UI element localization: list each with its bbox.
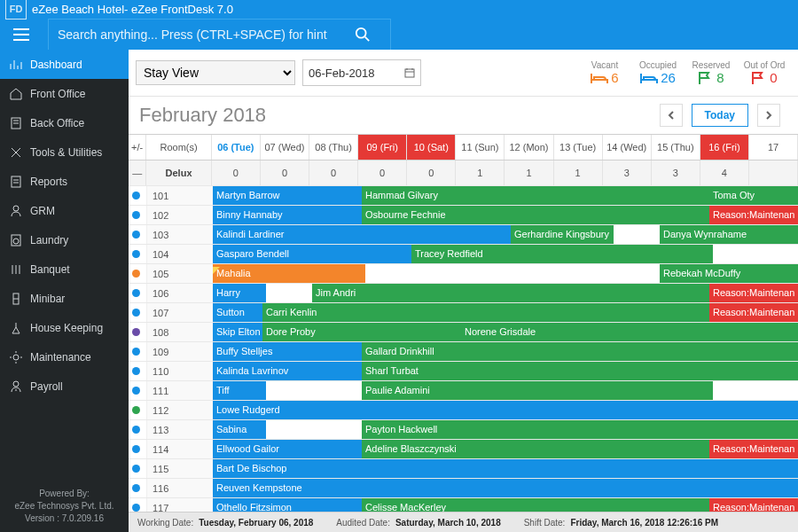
reservation-block[interactable]: Harry <box>213 284 266 302</box>
room-row[interactable]: 105MahaliaRebekah McDuffy <box>129 263 798 283</box>
sidebar-item-payroll[interactable]: Payroll <box>0 372 129 401</box>
day-header: 16 (Fri) <box>700 135 749 160</box>
sidebar-item-reports[interactable]: Reports <box>0 167 129 196</box>
search-input[interactable] <box>48 19 391 51</box>
room-status-dot <box>129 264 147 283</box>
room-row[interactable]: 114Ellwood GailorAdeline BlaszczynskiRea… <box>129 439 798 458</box>
app-logo: FD <box>5 0 27 20</box>
reservation-block[interactable]: Skip Elton <box>213 323 266 341</box>
sidebar-item-label: Payroll <box>30 380 63 393</box>
reservation-block[interactable]: Paulie Adamini <box>362 381 713 400</box>
sidebar-item-dashboard[interactable]: Dashboard <box>0 50 129 79</box>
reservation-block[interactable]: Tiff <box>213 381 266 400</box>
date-picker[interactable]: 06-Feb-2018 <box>302 59 421 86</box>
reservation-block[interactable]: Osbourne Fechnie <box>362 206 713 224</box>
room-row[interactable]: 113SabinaPayton Hackwell <box>129 419 798 439</box>
reservation-block[interactable]: Payton Hackwell <box>362 420 798 439</box>
reservation-block[interactable]: Gasparo Bendell <box>213 245 415 263</box>
prev-button[interactable] <box>660 104 683 127</box>
reservation-block[interactable]: Celisse MacKerley <box>362 498 713 512</box>
sidebar-item-back-office[interactable]: Back Office <box>0 108 129 137</box>
hamburger-menu-button[interactable] <box>4 28 39 41</box>
today-button[interactable]: Today <box>692 104 748 127</box>
room-row[interactable]: 110Kalinda LavrinovSharl Turbat <box>129 361 798 380</box>
availability-count: 0 <box>407 160 456 185</box>
sidebar-item-label: Minibar <box>30 293 65 305</box>
next-button[interactable] <box>757 104 780 127</box>
availability-count: 1 <box>456 160 505 185</box>
reservation-block[interactable]: Mahalia <box>213 264 365 283</box>
reservation-block[interactable]: Buffy Stelljes <box>213 342 365 361</box>
reservation-block[interactable]: Adeline Blaszczynski <box>362 440 713 458</box>
reservation-block[interactable]: Norene Grisdale <box>461 323 798 341</box>
reservation-block[interactable]: Kalindi Lardiner <box>213 225 514 244</box>
reservation-block[interactable]: Sutton <box>213 303 266 322</box>
sidebar-item-house-keeping[interactable]: House Keeping <box>0 313 129 342</box>
room-row[interactable]: 116Reuven Kempstone <box>129 478 798 497</box>
room-number: 109 <box>147 342 220 361</box>
reservation-block[interactable]: Lowe Rudgerd <box>213 401 798 419</box>
reservation-block[interactable]: Danya Wynrahame <box>660 225 798 244</box>
sidebar-item-minibar[interactable]: Minibar <box>0 284 129 313</box>
reservation-block[interactable]: Carri Kenlin <box>262 303 713 322</box>
reservation-block[interactable]: Kalinda Lavrinov <box>213 362 365 380</box>
room-row[interactable]: 117Othello FitzsimonCelisse MacKerleyRea… <box>129 497 798 512</box>
view-select[interactable]: Stay View <box>136 60 295 85</box>
reservation-block[interactable]: Sabina <box>213 420 266 439</box>
search-field[interactable] <box>49 27 355 42</box>
room-row[interactable]: 104Gasparo BendellTracey Redfield <box>129 244 798 263</box>
rooms-header: Room(s) <box>146 135 211 160</box>
reservation-block[interactable]: Jim Andri <box>312 284 713 302</box>
reservation-block[interactable]: Binny Hannaby <box>213 206 365 224</box>
search-icon[interactable] <box>355 27 390 43</box>
reservation-block[interactable]: Reuven Kempstone <box>213 479 798 497</box>
sidebar-item-grm[interactable]: GRM <box>0 196 129 225</box>
room-row[interactable]: 101Martyn BarrowHammad GilvaryToma Oty <box>129 185 798 205</box>
sidebar-item-maintenance[interactable]: Maintenance <box>0 342 129 372</box>
reservation-block[interactable]: Rebekah McDuffy <box>660 264 798 283</box>
room-row[interactable]: 106HarryJim AndriReason:Maintenan <box>129 283 798 302</box>
stat-vacant: Vacant6 <box>578 60 631 85</box>
reservation-block[interactable]: Gallard Drinkhill <box>362 342 798 361</box>
reservation-block[interactable]: Reason:Maintenan <box>709 303 798 322</box>
reservation-block[interactable]: Reason:Maintenan <box>709 284 798 302</box>
sidebar-icon <box>9 379 30 394</box>
reservation-block[interactable]: Othello Fitzsimon <box>213 498 365 512</box>
reservation-block[interactable]: Toma Oty <box>709 186 798 205</box>
room-row[interactable]: 107SuttonCarri KenlinReason:Maintenan <box>129 302 798 322</box>
room-row[interactable]: 115Bart De Bischop <box>129 458 798 478</box>
room-number: 116 <box>147 479 220 497</box>
expand-collapse-header: +/- <box>129 135 146 160</box>
room-row[interactable]: 108Skip EltonDore ProbyNorene Grisdale <box>129 322 798 341</box>
sidebar-item-laundry[interactable]: Laundry <box>0 225 129 254</box>
reservation-block[interactable]: Ellwood Gailor <box>213 440 365 458</box>
reservation-block[interactable]: Hammad Gilvary <box>362 186 713 205</box>
room-row[interactable]: 103Kalindi LardinerGerhardine KingsburyD… <box>129 224 798 244</box>
sidebar-icon <box>9 233 30 247</box>
sidebar-item-label: Back Office <box>30 117 84 129</box>
reservation-block[interactable]: Martyn Barrow <box>213 186 365 205</box>
reservation-block[interactable]: Reason:Maintenan <box>709 206 798 224</box>
room-row[interactable]: 109Buffy StelljesGallard Drinkhill <box>129 341 798 361</box>
reservation-block[interactable]: Bart De Bischop <box>213 459 798 478</box>
month-navigation: February 2018 Today <box>129 97 798 134</box>
room-number: 104 <box>147 245 220 263</box>
reservation-block[interactable]: Gerhardine Kingsbury <box>511 225 614 244</box>
reservation-block[interactable]: Dore Proby <box>262 323 465 341</box>
sidebar-item-label: Tools & Utilities <box>30 146 102 159</box>
stat-value: 0 <box>770 70 777 85</box>
sidebar-item-tools-utilities[interactable]: Tools & Utilities <box>0 137 129 167</box>
sidebar-item-banquet[interactable]: Banquet <box>0 254 129 284</box>
reservation-block[interactable]: Reason:Maintenan <box>709 440 798 458</box>
reservation-block[interactable]: Tracey Redfield <box>411 245 713 263</box>
room-row[interactable]: 102Binny HannabyOsbourne FechnieReason:M… <box>129 205 798 224</box>
reservation-block[interactable]: Sharl Turbat <box>362 362 798 380</box>
reservation-block[interactable]: Reason:Maintenan <box>709 498 798 512</box>
stay-view-grid[interactable]: +/-Room(s)06 (Tue)07 (Wed)08 (Thu)09 (Fr… <box>129 134 798 512</box>
room-row[interactable]: 111TiffPaulie Adamini <box>129 380 798 400</box>
stat-occupied: Occupied26 <box>631 60 685 85</box>
room-row[interactable]: 112Lowe Rudgerd <box>129 400 798 419</box>
sidebar-icon <box>9 350 30 364</box>
sidebar-item-front-office[interactable]: Front Office <box>0 79 129 108</box>
room-number: 101 <box>147 186 220 205</box>
